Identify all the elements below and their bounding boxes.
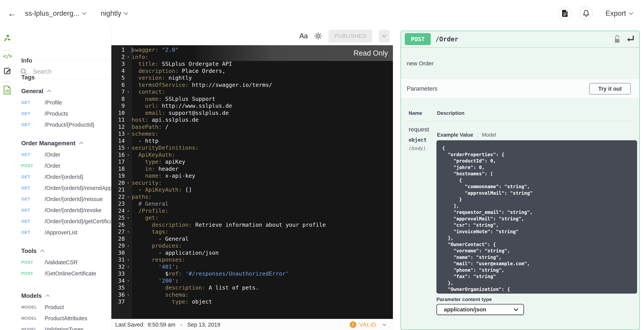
api-docs-icon[interactable] bbox=[3, 86, 12, 95]
code-line: 16▾ ApiKeyAuth: bbox=[111, 152, 393, 158]
version-dropdown[interactable]: nightly bbox=[101, 10, 128, 18]
section-header[interactable]: Models bbox=[14, 293, 111, 299]
fold-caret-icon[interactable]: ▾ bbox=[125, 214, 132, 221]
fold-caret-empty bbox=[125, 284, 132, 291]
fold-caret-icon[interactable]: ▾ bbox=[125, 291, 132, 298]
line-number: 33 bbox=[111, 270, 125, 277]
top-bar: ← ss-lplus_orderg... nightly bbox=[0, 0, 644, 27]
sidebar-item[interactable]: GET/Profile bbox=[14, 97, 111, 108]
line-number: 6 bbox=[111, 82, 125, 88]
fold-caret-icon[interactable]: ▾ bbox=[125, 130, 132, 138]
try-it-out-button[interactable]: Try it out bbox=[589, 83, 631, 94]
sidebar-item[interactable]: POST/ValidateCSR bbox=[14, 257, 111, 268]
method-label: GET bbox=[21, 174, 45, 179]
api-title-dropdown[interactable]: ss-lplus_orderg... bbox=[25, 10, 86, 18]
publish-menu-button[interactable] bbox=[379, 30, 390, 42]
sidebar-item[interactable]: POST/GetOnlineCertificate bbox=[14, 268, 111, 279]
method-label: GET bbox=[21, 219, 45, 224]
sidebar-item[interactable]: GET/Order bbox=[14, 149, 111, 160]
line-content: name: SSLplus Support bbox=[132, 96, 216, 102]
search-input[interactable] bbox=[32, 68, 106, 75]
code-view-icon[interactable]: </> bbox=[3, 51, 12, 60]
sidebar-item[interactable]: POST/Order bbox=[14, 160, 111, 171]
section-label: Order Management bbox=[21, 140, 76, 146]
method-label: GET bbox=[21, 111, 45, 116]
validation-status[interactable]: ! VALID bbox=[350, 322, 386, 328]
tab-example-value[interactable]: Example Value bbox=[437, 132, 473, 138]
line-number: 11 bbox=[111, 116, 125, 124]
line-number: 20 bbox=[111, 179, 125, 186]
divider bbox=[14, 60, 111, 60]
line-content: in: header bbox=[132, 166, 178, 172]
docs-button[interactable] bbox=[558, 7, 572, 20]
sidebar-item[interactable]: GET/Order/{orderId}/resendAppr bbox=[14, 182, 111, 194]
deep-link-return-icon[interactable] bbox=[626, 35, 634, 44]
sidebar-item[interactable]: GET/Order/{orderId}/getCertifica bbox=[14, 216, 111, 227]
fold-caret-icon[interactable]: ▾ bbox=[125, 179, 132, 186]
sidebar-item[interactable]: MODELProduct bbox=[14, 302, 111, 313]
content-type-select[interactable]: application/json bbox=[436, 304, 524, 315]
line-content: url: http://www.sslplus.de bbox=[132, 102, 232, 110]
section-items: MODELProductMODELProductAttributesMODELV… bbox=[14, 299, 111, 330]
fold-caret-icon[interactable]: ▾ bbox=[125, 88, 132, 96]
edit-pencil-icon[interactable] bbox=[3, 66, 12, 76]
path-label: ProductAttributes bbox=[45, 315, 87, 322]
export-dropdown[interactable]: Export bbox=[606, 10, 632, 18]
fold-caret-icon[interactable]: ▾ bbox=[125, 256, 132, 263]
back-arrow-icon[interactable]: ← bbox=[8, 9, 16, 18]
fold-caret-icon[interactable]: ▾ bbox=[125, 277, 132, 284]
code-line: 18 in: header bbox=[111, 166, 393, 172]
line-content: host: api.sslplus.de bbox=[132, 116, 198, 124]
last-saved-label: Last Saved: bbox=[115, 322, 144, 328]
line-number: 9 bbox=[111, 102, 125, 110]
fold-caret-icon[interactable]: ▾ bbox=[125, 193, 132, 200]
line-number: 2 bbox=[111, 54, 125, 60]
sidebar-item[interactable]: GET/ApproverList bbox=[14, 227, 111, 238]
line-number: 37 bbox=[111, 298, 125, 305]
fold-caret-icon[interactable]: ▾ bbox=[125, 242, 132, 249]
sidebar-item[interactable]: GET/Order/{orderId}/reissue bbox=[14, 194, 111, 205]
theme-brightness-icon[interactable] bbox=[314, 32, 322, 40]
tab-model[interactable]: Model bbox=[482, 132, 496, 138]
line-number: 15 bbox=[111, 144, 125, 152]
sidebar-item[interactable]: MODELValidationTypes bbox=[14, 324, 111, 330]
fold-caret-icon[interactable]: ▾ bbox=[125, 228, 132, 235]
line-content: version: nightly bbox=[132, 74, 192, 82]
fold-caret-icon[interactable]: ▾ bbox=[125, 54, 132, 60]
fold-caret-icon[interactable]: ▾ bbox=[125, 207, 132, 214]
operation-header[interactable]: POST /Order bbox=[401, 31, 640, 48]
sidebar-item[interactable]: GET/Products bbox=[14, 108, 111, 119]
path-label: /Order/{orderId}/resendAppr bbox=[45, 185, 111, 191]
section-header[interactable]: Order Management bbox=[14, 140, 111, 146]
code-line: 13▾schemes: bbox=[111, 130, 393, 138]
chevron-down-icon bbox=[124, 10, 128, 15]
unlock-icon[interactable] bbox=[614, 35, 620, 44]
published-button[interactable]: PUBLISHED bbox=[328, 30, 372, 42]
section-header[interactable]: General bbox=[14, 88, 111, 94]
fold-caret-icon[interactable]: ▾ bbox=[125, 263, 132, 270]
fold-caret-icon[interactable]: ▾ bbox=[125, 152, 132, 158]
chevron-up-icon bbox=[47, 90, 51, 94]
path-label: /Order bbox=[45, 152, 60, 158]
sidebar-item[interactable]: MODELProductAttributes bbox=[14, 313, 111, 324]
section-header[interactable]: Tools bbox=[14, 248, 111, 254]
code-line: 14 - http bbox=[111, 138, 393, 144]
sidebar-item[interactable]: GET/Product/{ProductId} bbox=[14, 119, 111, 130]
notifications-button[interactable] bbox=[580, 7, 593, 20]
bell-icon bbox=[583, 10, 590, 17]
line-content: - ApiKeyAuth: [] bbox=[132, 186, 192, 193]
sidebar-item-info[interactable]: Info bbox=[21, 57, 32, 64]
sidebar-item[interactable]: GET/Order/{orderId}/revoke bbox=[14, 205, 111, 216]
spec-editor-panel: Aa PUBLISHED 1swagger: "2.0"2▾info:3 tit… bbox=[111, 27, 393, 330]
line-number: 23 bbox=[111, 200, 125, 207]
line-number: 29 bbox=[111, 242, 125, 249]
path-label: /ApproverList bbox=[45, 230, 78, 236]
fold-caret-icon[interactable]: ▾ bbox=[125, 144, 132, 152]
line-content: produces: bbox=[132, 242, 182, 249]
code-line: 4 description: Place Orders, bbox=[111, 68, 393, 74]
yaml-code-editor[interactable]: 1swagger: "2.0"2▾info:3 title: SSLplus O… bbox=[111, 45, 393, 319]
code-line: 29▾ produces: bbox=[111, 242, 393, 249]
font-size-toggle[interactable]: Aa bbox=[300, 32, 308, 40]
sidebar-item[interactable]: GET/Order/{orderId} bbox=[14, 171, 111, 182]
swaggerhub-logo-icon[interactable] bbox=[3, 34, 12, 43]
